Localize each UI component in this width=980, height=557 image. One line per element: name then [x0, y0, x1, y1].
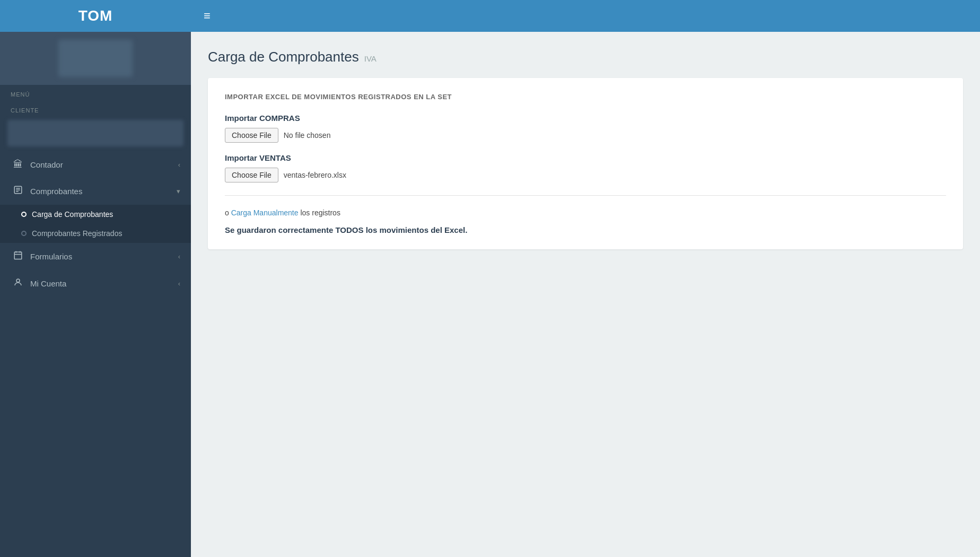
- contador-arrow: ‹: [178, 161, 180, 169]
- submenu-dot-registrados: [21, 231, 27, 236]
- compras-label: Importar COMPRAS: [225, 114, 946, 123]
- manual-load-prefix: o: [225, 208, 231, 217]
- ventas-choose-file-button[interactable]: Choose File: [225, 168, 278, 182]
- hamburger-icon[interactable]: ≡: [191, 9, 223, 23]
- compras-section: Importar COMPRAS Choose File No file cho…: [225, 114, 946, 143]
- sidebar: MENÚ CLIENTE 🏛 Contador ‹ Comprobantes ▾: [0, 32, 191, 557]
- sidebar-item-label-formularios: Formularios: [30, 252, 72, 261]
- compras-file-row: Choose File No file chosen: [225, 128, 946, 143]
- client-selector[interactable]: [7, 120, 183, 146]
- sidebar-item-label-mi-cuenta: Mi Cuenta: [30, 279, 66, 288]
- compras-file-name: No file chosen: [284, 131, 331, 140]
- formularios-icon: [12, 250, 24, 263]
- divider: [225, 195, 946, 196]
- contador-icon: 🏛: [12, 159, 24, 170]
- sidebar-item-label-comprobantes: Comprobantes: [30, 187, 82, 196]
- submenu-dot-carga: [21, 212, 27, 217]
- submenu-label-registrados: Comprobantes Registrados: [32, 229, 122, 238]
- manual-load-link[interactable]: Carga Manualmente: [231, 208, 299, 217]
- svg-point-8: [16, 279, 20, 282]
- user-avatar: [0, 32, 191, 85]
- sidebar-item-comprobantes[interactable]: Comprobantes ▾: [0, 178, 191, 205]
- mi-cuenta-arrow: ‹: [178, 280, 180, 288]
- submenu-item-registrados[interactable]: Comprobantes Registrados: [0, 224, 191, 243]
- comprobantes-submenu: Carga de Comprobantes Comprobantes Regis…: [0, 205, 191, 243]
- main-content: Carga de Comprobantes IVA IMPORTAR EXCEL…: [191, 32, 980, 557]
- page-subtitle: IVA: [364, 54, 377, 63]
- success-message: Se guardaron correctamente TODOS los mov…: [225, 225, 946, 234]
- sidebar-item-contador[interactable]: 🏛 Contador ‹: [0, 152, 191, 178]
- page-title: Carga de Comprobantes IVA: [208, 49, 963, 65]
- submenu-item-carga[interactable]: Carga de Comprobantes: [0, 205, 191, 224]
- compras-choose-file-button[interactable]: Choose File: [225, 128, 278, 143]
- submenu-label-carga: Carga de Comprobantes: [32, 210, 113, 219]
- section-heading: IMPORTAR EXCEL DE MOVIMIENTOS REGISTRADO…: [225, 93, 946, 101]
- sidebar-item-label-contador: Contador: [30, 160, 63, 169]
- app-brand: TOM: [0, 7, 191, 24]
- comprobantes-arrow: ▾: [177, 187, 180, 195]
- client-section-label: CLIENTE: [0, 101, 191, 117]
- manual-load-row: o Carga Manualmente los registros: [225, 208, 946, 217]
- ventas-label: Importar VENTAS: [225, 153, 946, 162]
- svg-rect-4: [14, 252, 22, 259]
- ventas-file-row: Choose File ventas-febrero.xlsx: [225, 168, 946, 182]
- manual-load-suffix: los registros: [299, 208, 340, 217]
- menu-section-label: MENÚ: [0, 85, 191, 101]
- comprobantes-icon: [12, 185, 24, 197]
- ventas-section: Importar VENTAS Choose File ventas-febre…: [225, 153, 946, 182]
- sidebar-item-mi-cuenta[interactable]: Mi Cuenta ‹: [0, 270, 191, 297]
- ventas-file-name: ventas-febrero.xlsx: [284, 171, 346, 179]
- formularios-arrow: ‹: [178, 253, 180, 260]
- sidebar-item-formularios[interactable]: Formularios ‹: [0, 243, 191, 270]
- mi-cuenta-icon: [12, 277, 24, 290]
- import-card: IMPORTAR EXCEL DE MOVIMIENTOS REGISTRADO…: [208, 78, 963, 249]
